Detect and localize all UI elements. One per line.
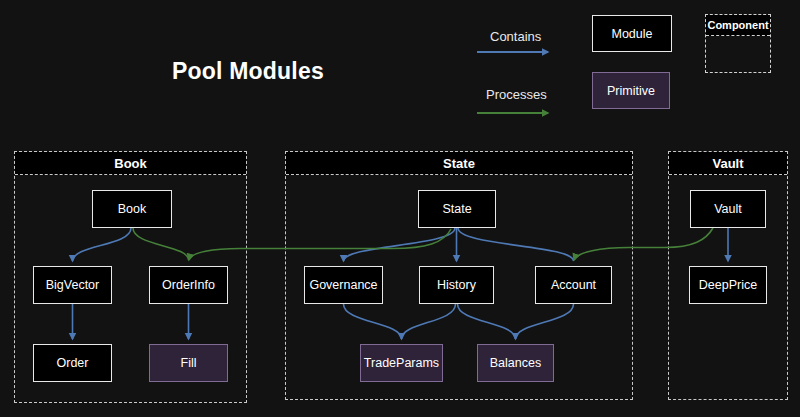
edge-account-balances (516, 304, 574, 339)
node-history-label: History (437, 278, 476, 292)
node-fill-label: Fill (181, 356, 197, 370)
edge-history-tradeparams (402, 304, 456, 339)
node-state: State (418, 190, 496, 228)
node-vault: Vault (690, 190, 766, 228)
node-history: History (419, 266, 494, 304)
legend-module-label: Module (612, 27, 653, 41)
edge-state-orderinfo (189, 229, 451, 260)
node-orderinfo: OrderInfo (149, 266, 228, 304)
node-bigvector: BigVector (33, 266, 112, 304)
node-deepprice: DeepPrice (689, 266, 767, 304)
node-account: Account (535, 266, 612, 304)
node-order-label: Order (57, 356, 89, 370)
node-deepprice-label: DeepPrice (699, 278, 757, 292)
node-book-label: Book (118, 202, 147, 216)
node-tradeparams-label: TradeParams (364, 356, 439, 370)
node-governance-label: Governance (309, 278, 377, 292)
legend-primitive-label: Primitive (607, 84, 655, 98)
legend-module-box: Module (592, 15, 672, 52)
node-bigvector-label: BigVector (46, 278, 100, 292)
node-state-label: State (442, 202, 471, 216)
edge-vault-account (574, 228, 713, 260)
edge-book-orderinfo (133, 228, 189, 260)
pool-modules-diagram: { "title": "Pool Modules", "legend": { "… (0, 0, 800, 417)
edge-governance-tradeparams (344, 304, 402, 339)
node-fill: Fill (149, 344, 228, 382)
node-book: Book (92, 190, 172, 228)
node-governance: Governance (304, 266, 383, 304)
node-balances-label: Balances (490, 356, 541, 370)
edge-history-balances (458, 304, 516, 339)
node-account-label: Account (551, 278, 596, 292)
legend-primitive-box: Primitive (592, 72, 670, 109)
node-vault-label: Vault (714, 202, 742, 216)
edge-state-governance (344, 228, 456, 261)
node-orderinfo-label: OrderInfo (162, 278, 215, 292)
edge-book-bigvector (73, 228, 132, 261)
node-tradeparams: TradeParams (360, 344, 443, 382)
edge-state-account (458, 228, 574, 261)
node-balances: Balances (477, 344, 554, 382)
node-order: Order (33, 344, 112, 382)
